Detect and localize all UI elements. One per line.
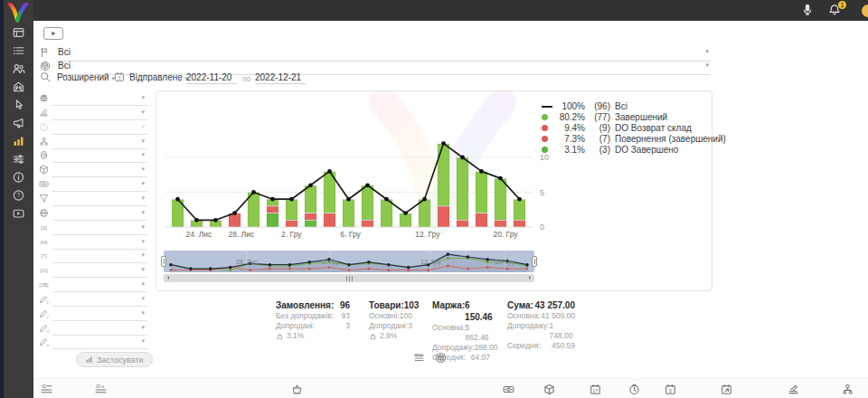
bar-segment[interactable]	[343, 200, 354, 227]
toolbar-stamp-icon[interactable]	[788, 384, 799, 395]
line-point[interactable]	[479, 169, 484, 174]
line-point[interactable]	[498, 176, 503, 181]
sidebar-item-info[interactable]	[11, 171, 26, 184]
sidebar-item-store[interactable]	[11, 81, 26, 93]
line-point[interactable]	[327, 169, 332, 174]
bar-segment[interactable]	[267, 206, 278, 213]
bar-segment[interactable]	[305, 185, 316, 213]
toolbar-clock-icon[interactable]	[628, 384, 640, 395]
line-point[interactable]	[365, 183, 370, 187]
bar-segment[interactable]	[362, 185, 373, 220]
filter-fingerprint[interactable]: ▾	[39, 150, 149, 163]
scroll-left-arrow[interactable]	[164, 274, 172, 282]
filter-field-t[interactable]: {T}▾	[39, 251, 149, 263]
legend-item[interactable]: 9.4%(9)DO Возврат склад	[542, 123, 726, 134]
bell-icon[interactable]: 1	[828, 4, 841, 16]
sidebar-item-video[interactable]	[11, 207, 26, 220]
bar-segment[interactable]	[286, 200, 297, 220]
chart-scrollbar[interactable]	[164, 274, 534, 282]
bar-segment[interactable]	[457, 157, 468, 220]
sidebar-item-sliders[interactable]	[11, 153, 26, 166]
bar-segment[interactable]	[476, 213, 487, 227]
line-point[interactable]	[441, 141, 446, 146]
avatar-partial[interactable]	[862, 5, 868, 17]
sidebar-item-panel[interactable]	[11, 26, 26, 39]
toggle-cube-icon[interactable]	[435, 352, 447, 364]
bar-segment[interactable]	[495, 221, 506, 227]
bar-segment[interactable]	[381, 200, 392, 227]
line-point[interactable]	[403, 211, 408, 215]
line-point[interactable]	[232, 211, 237, 215]
line-point[interactable]	[517, 197, 522, 202]
filter-pencil-1[interactable]: 1▾	[39, 294, 149, 307]
bar-segment[interactable]	[419, 200, 430, 227]
filter-planet[interactable]: ▾	[39, 93, 149, 106]
sidebar-item-list[interactable]	[11, 44, 26, 57]
legend-item[interactable]: 80.2%(77)Завершений	[542, 112, 726, 123]
filter-field-2b[interactable]: {2B}▾	[39, 280, 149, 292]
bar-segment[interactable]	[267, 213, 278, 227]
bar-segment[interactable]	[305, 213, 316, 220]
line-point[interactable]	[308, 183, 313, 187]
bar-segment[interactable]	[495, 179, 506, 220]
bar-segment[interactable]	[362, 221, 373, 227]
sidebar-item-megaphone[interactable]	[11, 117, 26, 129]
line-point[interactable]	[270, 197, 275, 202]
line-point[interactable]	[194, 218, 199, 223]
toolbar-id-list-icon[interactable]: ID	[41, 384, 52, 395]
legend-item[interactable]: 3.1%(3)DO Завершено	[542, 144, 726, 155]
toolbar-hierarchy-icon[interactable]	[842, 384, 854, 395]
toolbar-id-card-icon[interactable]: ID-o	[95, 384, 107, 395]
apply-button[interactable]: Застосувати	[76, 352, 153, 367]
filter-pencil-4[interactable]: 4▾	[39, 336, 149, 349]
toolbar-calendar-export-icon[interactable]	[721, 384, 732, 395]
search-mode-select[interactable]: Розширений ▾	[57, 72, 115, 82]
play-button[interactable]	[43, 27, 63, 40]
sidebar-item-users[interactable]	[11, 62, 26, 75]
filter-stamp[interactable]: ▾	[39, 108, 149, 120]
filter-pencil-2[interactable]: 2▾	[39, 308, 149, 321]
product-select[interactable]: Всі ▾	[40, 61, 712, 73]
toolbar-eye-badge-icon[interactable]	[503, 384, 514, 395]
sidebar-item-pointer[interactable]	[11, 99, 26, 111]
scroll-right-arrow[interactable]	[526, 274, 534, 282]
category-select[interactable]: Всі ▾	[40, 47, 712, 60]
legend-item[interactable]: 100%(96)Всі	[542, 101, 726, 112]
toolbar-calendar-5-icon[interactable]: 5	[665, 384, 676, 395]
line-point[interactable]	[384, 197, 389, 202]
bar-segment[interactable]	[305, 221, 316, 227]
minimap-right-handle[interactable]	[532, 256, 537, 267]
scrollbar-grip[interactable]	[342, 276, 356, 281]
filter-pencil-3[interactable]: 3▾	[39, 323, 149, 336]
date-to-input[interactable]: 2022-12-21	[255, 72, 306, 84]
sidebar-item-chart[interactable]	[11, 135, 26, 147]
line-point[interactable]	[213, 218, 218, 223]
filter-eye-badge[interactable]: ▾	[39, 179, 149, 192]
toolbar-basket-icon[interactable]	[291, 384, 303, 395]
toolbar-calendar-17-icon[interactable]: 17	[590, 384, 601, 395]
line-point[interactable]	[251, 190, 256, 194]
bar-segment[interactable]	[229, 213, 241, 227]
line-point[interactable]	[175, 197, 180, 202]
line-point[interactable]	[460, 156, 465, 160]
bar-segment[interactable]	[476, 172, 487, 213]
filter-globe[interactable]: ▾	[39, 208, 149, 221]
bar-segment[interactable]	[457, 221, 468, 227]
bar-segment[interactable]	[438, 206, 449, 226]
legend-item[interactable]: 7.3%(7)Повернення (завершений)	[542, 133, 726, 144]
line-point[interactable]	[289, 197, 294, 202]
mic-icon[interactable]	[801, 4, 814, 16]
bar-segment[interactable]	[514, 200, 525, 220]
minimap-left-handle[interactable]	[161, 256, 166, 267]
filter-hierarchy[interactable]: ▾	[39, 137, 149, 149]
line-point[interactable]	[422, 197, 427, 202]
chart-minimap[interactable]: 28. Лис5. Гру12. Гру19. Гру	[164, 251, 534, 272]
toggle-list-icon[interactable]	[413, 352, 425, 364]
filter-field-ct[interactable]: {Ct}▾	[39, 265, 149, 278]
bar-segment[interactable]	[514, 221, 525, 227]
sidebar-item-support[interactable]: ?	[11, 189, 26, 202]
filter-field-m[interactable]: {M}▾	[39, 237, 149, 250]
toolbar-package-icon[interactable]	[543, 384, 555, 395]
bar-segment[interactable]	[324, 213, 335, 227]
filter-package[interactable]: ▾	[39, 165, 149, 177]
